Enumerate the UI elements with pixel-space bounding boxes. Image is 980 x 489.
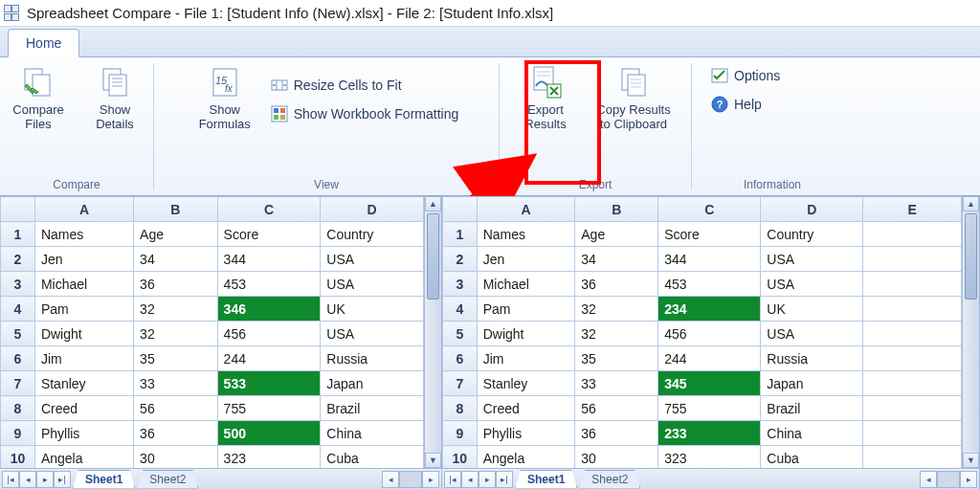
cell[interactable]: 345 — [658, 371, 761, 396]
scroll-thumb[interactable] — [427, 213, 439, 300]
cell[interactable]: 33 — [575, 371, 658, 396]
cell[interactable]: Country — [321, 222, 424, 247]
cell[interactable]: 456 — [217, 322, 321, 346]
tab-home[interactable]: Home — [8, 29, 79, 57]
table-row[interactable]: 3Michael36453USA — [443, 272, 962, 297]
cell[interactable]: 56 — [575, 396, 658, 421]
prev-sheet-button[interactable]: ◂ — [461, 471, 479, 488]
table-row[interactable]: 7Stanley33533Japan — [1, 371, 424, 396]
cell[interactable]: 36 — [575, 272, 658, 297]
cell[interactable]: Angela — [34, 446, 133, 469]
cell[interactable]: Cuba — [761, 446, 863, 469]
cell[interactable]: 344 — [658, 247, 761, 272]
column-header-row[interactable]: A B C D — [1, 197, 424, 222]
table-row[interactable]: 4Pam32234UK — [443, 297, 962, 322]
row-header[interactable]: 4 — [1, 297, 35, 322]
cell[interactable]: Score — [217, 222, 321, 247]
table-row[interactable]: 8Creed56755Brazil — [443, 396, 962, 421]
right-grid[interactable]: A B C D E 1NamesAgeScoreCountry2Jen34344… — [442, 196, 962, 468]
table-row[interactable]: 10Angela30323Cuba — [1, 446, 424, 469]
cell[interactable]: 344 — [217, 247, 321, 272]
scroll-down-icon[interactable]: ▼ — [425, 453, 441, 468]
cell[interactable]: 33 — [134, 371, 218, 396]
cell[interactable]: Dwight — [477, 322, 575, 346]
cell[interactable]: 233 — [658, 421, 761, 446]
row-header[interactable]: 3 — [1, 272, 35, 297]
cell[interactable]: 234 — [658, 297, 761, 322]
cell[interactable]: Names — [34, 222, 133, 247]
sheet-tab-other[interactable]: Sheet2 — [579, 470, 640, 489]
row-header[interactable]: 6 — [1, 346, 35, 371]
scroll-up-icon[interactable]: ▲ — [425, 196, 441, 211]
first-sheet-button[interactable]: |◂ — [2, 471, 19, 488]
table-row[interactable]: 6Jim35244Russia — [443, 346, 962, 371]
cell[interactable]: Stanley — [34, 371, 133, 396]
scroll-up-icon[interactable]: ▲ — [963, 196, 979, 211]
cell[interactable]: 244 — [658, 346, 761, 371]
table-row[interactable]: 10Angela30323Cuba — [443, 446, 962, 469]
sheet-tab-other[interactable]: Sheet2 — [137, 470, 198, 489]
cell[interactable]: China — [321, 421, 424, 446]
hscroll-left-button[interactable]: ◂ — [920, 471, 937, 488]
cell[interactable]: Jim — [477, 346, 575, 371]
table-row[interactable]: 8Creed56755Brazil — [1, 396, 424, 421]
col-header[interactable]: D — [761, 197, 863, 222]
row-header[interactable]: 2 — [1, 247, 35, 272]
cell[interactable]: Angela — [477, 446, 575, 469]
row-header[interactable]: 8 — [443, 396, 478, 421]
table-row[interactable]: 5Dwight32456USA — [1, 322, 424, 346]
compare-files-button[interactable]: Compare Files — [4, 61, 73, 134]
table-row[interactable]: 7Stanley33345Japan — [443, 371, 962, 396]
table-row[interactable]: 1NamesAgeScoreCountry — [443, 222, 962, 247]
column-header-row[interactable]: A B C D E — [443, 197, 962, 222]
col-header[interactable]: E — [863, 197, 962, 222]
sheet-tab-active[interactable]: Sheet1 — [73, 470, 135, 489]
cell[interactable]: Michael — [34, 272, 133, 297]
cell[interactable]: 35 — [575, 346, 658, 371]
table-row[interactable]: 2Jen34344USA — [443, 247, 962, 272]
row-header[interactable]: 5 — [1, 322, 35, 346]
cell[interactable]: Stanley — [477, 371, 575, 396]
select-all-corner[interactable] — [1, 197, 35, 222]
col-header[interactable]: C — [658, 197, 761, 222]
copy-results-button[interactable]: Copy Results to Clipboard — [588, 61, 679, 134]
cell[interactable]: 30 — [134, 446, 218, 469]
hscroll-track[interactable] — [399, 471, 422, 488]
cell[interactable]: Jen — [477, 247, 575, 272]
col-header[interactable]: B — [134, 197, 218, 222]
col-header[interactable]: D — [321, 197, 424, 222]
table-row[interactable]: 5Dwight32456USA — [443, 322, 962, 346]
cell[interactable]: 244 — [217, 346, 321, 371]
cell[interactable] — [863, 272, 962, 297]
show-formulas-button[interactable]: 15 fx Show Formulas — [190, 61, 259, 134]
table-row[interactable]: 6Jim35244Russia — [1, 346, 424, 371]
cell[interactable]: Japan — [761, 371, 863, 396]
row-header[interactable]: 7 — [443, 371, 478, 396]
cell[interactable]: Age — [134, 222, 218, 247]
cell[interactable]: 755 — [658, 396, 761, 421]
help-button[interactable]: ? Help — [707, 94, 784, 115]
cell[interactable]: 500 — [217, 421, 321, 446]
cell[interactable]: Names — [477, 222, 575, 247]
cell[interactable]: Brazil — [321, 396, 424, 421]
cell[interactable]: Russia — [321, 346, 424, 371]
cell[interactable]: USA — [321, 247, 424, 272]
show-workbook-formatting-button[interactable]: Show Workbook Formatting — [267, 103, 462, 124]
cell[interactable]: Creed — [34, 396, 133, 421]
vertical-scrollbar[interactable]: ▲ ▼ — [424, 196, 441, 468]
cell[interactable]: 346 — [217, 297, 321, 322]
row-header[interactable]: 10 — [1, 446, 35, 469]
cell[interactable]: Dwight — [34, 322, 133, 346]
cell[interactable]: 453 — [658, 272, 761, 297]
hscroll-right-button[interactable]: ▸ — [422, 471, 439, 488]
cell[interactable]: 755 — [217, 396, 321, 421]
options-button[interactable]: Options — [707, 65, 784, 86]
cell[interactable]: 36 — [575, 421, 658, 446]
prev-sheet-button[interactable]: ◂ — [19, 471, 36, 488]
cell[interactable]: Age — [575, 222, 658, 247]
export-results-button[interactable]: Export Results — [511, 61, 580, 134]
row-header[interactable]: 6 — [443, 346, 478, 371]
row-header[interactable]: 9 — [1, 421, 35, 446]
left-grid[interactable]: A B C D 1NamesAgeScoreCountry2Jen34344US… — [0, 196, 424, 468]
cell[interactable]: USA — [321, 322, 424, 346]
